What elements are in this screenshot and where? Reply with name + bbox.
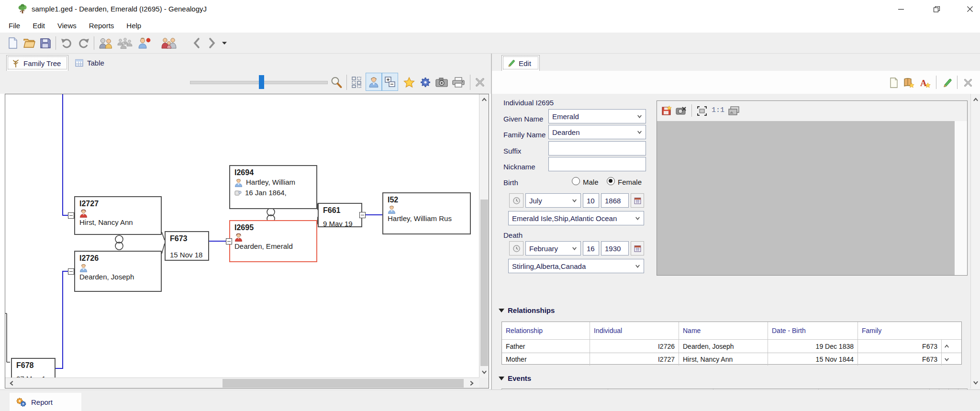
relationships-section-header[interactable]: Relationships bbox=[499, 306, 555, 314]
tree-box-i52[interactable]: I52 Hartley, William Rus bbox=[382, 192, 471, 234]
scroll-left-button[interactable] bbox=[6, 378, 17, 389]
minimize-button[interactable] bbox=[886, 0, 916, 18]
canvas-horizontal-scrollbar[interactable] bbox=[5, 378, 479, 389]
birth-month-combo[interactable]: July bbox=[525, 193, 581, 208]
close-button[interactable] bbox=[955, 0, 980, 18]
birth-date-type-button[interactable] bbox=[509, 193, 523, 208]
collapse-handle[interactable] bbox=[226, 238, 232, 244]
bookmark-button[interactable] bbox=[401, 74, 417, 90]
media-scrollbar-track[interactable] bbox=[955, 121, 967, 275]
back-button[interactable] bbox=[189, 35, 205, 51]
tab-edit[interactable]: Edit bbox=[501, 55, 540, 71]
menu-item-edit[interactable]: Edit bbox=[30, 20, 48, 32]
add-source-button[interactable] bbox=[902, 75, 916, 91]
death-day-input[interactable]: 16 bbox=[583, 241, 599, 255]
print-button[interactable] bbox=[450, 74, 467, 90]
zoom-one-to-one-button[interactable]: 1:1 bbox=[712, 106, 724, 114]
scroll-up-button[interactable] bbox=[479, 94, 489, 105]
snapshot-button[interactable] bbox=[434, 74, 450, 90]
menu-item-help[interactable]: Help bbox=[123, 20, 144, 32]
death-calendar-button[interactable] bbox=[631, 241, 644, 255]
relationship-move-up-button[interactable] bbox=[941, 340, 952, 353]
col-header-individual[interactable]: Individual bbox=[590, 322, 679, 339]
open-file-button[interactable] bbox=[21, 35, 37, 51]
tab-table[interactable]: Table bbox=[70, 55, 109, 70]
female-radio[interactable] bbox=[607, 177, 615, 185]
forward-button[interactable] bbox=[204, 35, 220, 51]
given-name-combo[interactable]: Emerald bbox=[548, 109, 646, 123]
tree-box-f673[interactable]: F673 15 Nov 18 bbox=[165, 231, 209, 261]
col-header-relationship[interactable]: Relationship bbox=[502, 322, 590, 339]
tree-sticky-button[interactable] bbox=[473, 74, 487, 90]
settings-button[interactable] bbox=[417, 74, 434, 90]
families-view-button[interactable] bbox=[117, 35, 133, 51]
death-year-input[interactable]: 1930 bbox=[601, 241, 629, 255]
calendar-icon bbox=[634, 197, 642, 205]
family-group-button[interactable] bbox=[161, 35, 177, 51]
all-images-button[interactable] bbox=[727, 104, 741, 118]
media-panel: 1:1 bbox=[657, 100, 968, 276]
collapse-handle[interactable] bbox=[359, 212, 366, 218]
birth-calendar-button[interactable] bbox=[631, 193, 644, 208]
scroll-right-button[interactable] bbox=[467, 378, 477, 389]
individual-marker-button[interactable] bbox=[136, 35, 152, 51]
menu-item-file[interactable]: File bbox=[6, 20, 23, 32]
table-row-father[interactable]: Father I2726 Dearden, Joseph 19 Dec 1838… bbox=[502, 340, 961, 353]
vertical-scroll-thumb[interactable] bbox=[480, 200, 488, 366]
suffix-input[interactable] bbox=[548, 141, 646, 156]
scroll-down-button[interactable] bbox=[479, 367, 489, 378]
death-place-combo[interactable]: Stirling,Alberta,Canada bbox=[508, 259, 644, 273]
redo-button[interactable] bbox=[76, 35, 92, 51]
family-name-combo[interactable]: Dearden bbox=[548, 125, 646, 139]
edit-sticky-button[interactable] bbox=[961, 75, 975, 91]
undo-button[interactable] bbox=[58, 35, 75, 51]
report-tab[interactable]: Report bbox=[10, 393, 81, 411]
relationship-move-down-button[interactable] bbox=[941, 353, 952, 366]
canvas-vertical-scrollbar[interactable] bbox=[479, 94, 489, 378]
overview-thumbnails-button[interactable] bbox=[349, 74, 366, 90]
save-button[interactable] bbox=[37, 35, 54, 51]
remove-media-button[interactable] bbox=[674, 104, 688, 118]
birth-day-input[interactable]: 10 bbox=[583, 193, 599, 208]
table-row-mother[interactable]: Mother I2727 Hirst, Nancy Ann 15 Nov 184… bbox=[502, 353, 961, 366]
add-name-button[interactable]: A bbox=[918, 75, 932, 91]
col-header-family[interactable]: Family bbox=[858, 322, 952, 339]
collapse-handle[interactable] bbox=[68, 212, 74, 219]
relationships-table[interactable]: Relationship Individual Name Date - Birt… bbox=[501, 322, 962, 365]
menu-item-reports[interactable]: Reports bbox=[86, 20, 117, 32]
fit-to-window-button[interactable] bbox=[695, 104, 709, 118]
new-property-button[interactable] bbox=[887, 75, 901, 91]
restore-button[interactable] bbox=[922, 0, 951, 18]
show-individuals-toggle[interactable] bbox=[366, 73, 382, 91]
tree-box-i2694[interactable]: I2694 Hartley, William 16 Jan 1864, bbox=[229, 165, 317, 209]
male-radio[interactable] bbox=[572, 177, 580, 185]
expand-collapse-toggle[interactable] bbox=[382, 73, 398, 91]
zoom-magnifier-button[interactable] bbox=[328, 74, 345, 90]
events-section-header[interactable]: Events bbox=[499, 374, 531, 382]
edit-panel-scrollbar[interactable] bbox=[970, 94, 980, 389]
tree-box-i2726[interactable]: I2726 Dearden, Joseph bbox=[74, 251, 162, 292]
horizontal-scroll-thumb[interactable] bbox=[223, 379, 464, 388]
edit-mode-button[interactable] bbox=[940, 75, 954, 91]
zoom-slider-thumb[interactable] bbox=[259, 75, 264, 89]
col-header-date-birth[interactable]: Date - Birth bbox=[768, 322, 858, 339]
save-media-button[interactable] bbox=[660, 104, 673, 118]
family-tree-canvas[interactable]: I2727 Hirst, Nancy Ann I2726 Dearden, Jo… bbox=[5, 94, 489, 389]
scroll-up-button[interactable] bbox=[971, 95, 980, 104]
menu-item-views[interactable]: Views bbox=[55, 20, 79, 32]
history-dropdown-button[interactable] bbox=[218, 35, 231, 51]
new-file-button[interactable] bbox=[5, 35, 21, 51]
birth-place-combo[interactable]: Emerald Isle,Ship,Atlantic Ocean bbox=[508, 211, 644, 225]
birth-year-input[interactable]: 1868 bbox=[601, 193, 629, 208]
tree-box-i2695-selected[interactable]: I2695 Dearden, Emerald bbox=[229, 220, 317, 262]
collapse-handle[interactable] bbox=[68, 268, 74, 275]
death-date-type-button[interactable] bbox=[509, 241, 523, 255]
tree-box-f661[interactable]: F661 9 May 19 bbox=[318, 203, 362, 227]
scroll-down-button[interactable] bbox=[971, 378, 980, 388]
tree-box-i2727[interactable]: I2727 Hirst, Nancy Ann bbox=[74, 196, 162, 235]
tab-family-tree[interactable]: Family Tree bbox=[6, 55, 68, 71]
individuals-view-button[interactable] bbox=[98, 35, 114, 51]
death-month-combo[interactable]: February bbox=[525, 241, 581, 255]
col-header-name[interactable]: Name bbox=[679, 322, 768, 339]
nickname-input[interactable] bbox=[548, 157, 646, 171]
